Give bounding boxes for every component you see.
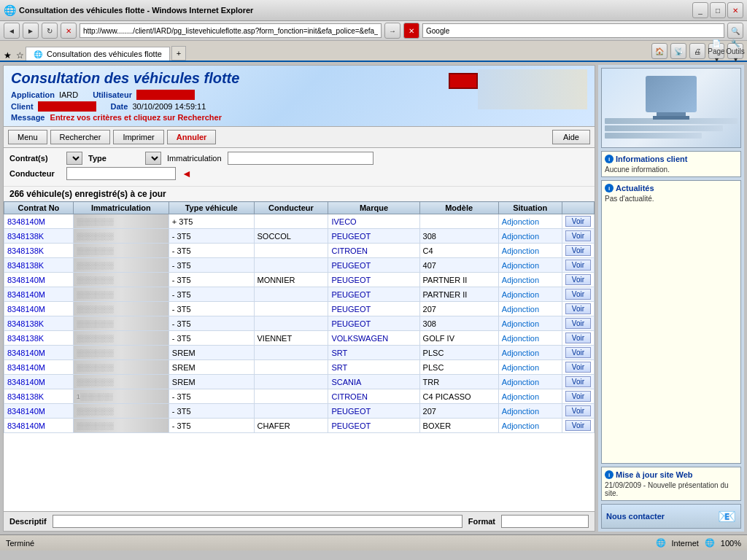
table-row: 8348138K 1░░░░░░░ - 3T5 CITROEN C4 PICAS… — [4, 389, 595, 404]
search-input[interactable] — [422, 23, 724, 38]
active-tab[interactable]: 🌐 Consultation des véhicules flotte — [26, 47, 170, 61]
home-button[interactable]: 🏠 — [651, 43, 667, 59]
td-marque: CITROEN — [328, 389, 419, 404]
td-immat: ░░░░░░░░ — [73, 258, 169, 273]
td-marque: PEUGEOT — [328, 302, 419, 316]
conducteur-input[interactable] — [66, 167, 176, 180]
aide-button[interactable]: Aide — [552, 130, 590, 144]
td-type: SREM — [169, 360, 254, 375]
td-contrat: 8348138K — [4, 258, 74, 273]
type-select[interactable] — [145, 152, 161, 165]
voir-button[interactable]: Voir — [565, 420, 591, 431]
vehicles-table: Contrat No Immatriculation Type véhicule… — [4, 201, 595, 433]
td-voir[interactable]: Voir — [562, 214, 594, 229]
voir-button[interactable]: Voir — [565, 405, 591, 416]
stop-x-button[interactable]: ✕ — [403, 23, 419, 39]
td-marque: PEUGEOT — [328, 287, 419, 302]
td-voir[interactable]: Voir — [562, 229, 594, 244]
td-contrat: 8348138K — [4, 229, 74, 244]
voir-button[interactable]: Voir — [565, 289, 591, 300]
td-voir[interactable]: Voir — [562, 287, 594, 302]
info-client-title: Informations client — [616, 155, 687, 163]
contrat-select[interactable] — [66, 152, 82, 165]
go-button[interactable]: → — [384, 23, 400, 39]
nous-contacter-label: Nous contacter — [606, 512, 665, 521]
td-situation: Adjonction — [498, 331, 562, 346]
tools-button[interactable]: 🔧 Outils ▾ — [727, 43, 743, 59]
voir-button[interactable]: Voir — [565, 362, 591, 373]
voir-button[interactable]: Voir — [565, 245, 591, 256]
refresh-button[interactable]: ↻ — [42, 23, 58, 39]
imprimer-button[interactable]: Imprimer — [113, 130, 163, 144]
restore-btn[interactable]: □ — [710, 2, 726, 18]
close-btn[interactable]: ✕ — [727, 2, 743, 18]
page-button[interactable]: 📄 Page ▾ — [708, 43, 724, 59]
td-situation: Adjonction — [498, 360, 562, 375]
th-action — [562, 202, 594, 214]
address-bar[interactable] — [80, 23, 382, 38]
table-container[interactable]: Contrat No Immatriculation Type véhicule… — [4, 201, 595, 511]
new-tab-btn[interactable]: + — [171, 46, 186, 61]
descriptif-input[interactable] — [53, 515, 462, 528]
page-header: Consultation des véhicules flotte Applic… — [4, 66, 595, 127]
td-voir[interactable]: Voir — [562, 244, 594, 258]
td-modele: TRR — [419, 375, 498, 389]
td-immat: ░░░░░░░░ — [73, 244, 169, 258]
annuler-button[interactable]: Annuler — [167, 130, 217, 144]
stop-button[interactable]: ✕ — [61, 23, 77, 39]
contact-icon: 📧 — [718, 508, 736, 525]
table-row: 8348140M ░░░░░░░░ SREM SRT PLSC Adjoncti… — [4, 346, 595, 360]
nous-contacter-box[interactable]: Nous contacter 📧 — [601, 504, 741, 529]
td-voir[interactable]: Voir — [562, 302, 594, 316]
td-situation: Adjonction — [498, 375, 562, 389]
descriptif-label: Descriptif — [9, 517, 47, 526]
td-voir[interactable]: Voir — [562, 273, 594, 287]
td-type: SREM — [169, 346, 254, 360]
menu-button[interactable]: Menu — [8, 130, 47, 144]
td-situation: Adjonction — [498, 287, 562, 302]
voir-button[interactable]: Voir — [565, 391, 591, 402]
voir-button[interactable]: Voir — [565, 376, 591, 387]
voir-button[interactable]: Voir — [565, 347, 591, 358]
td-immat: ░░░░░░░░ — [73, 419, 169, 433]
td-voir[interactable]: Voir — [562, 346, 594, 360]
td-voir[interactable]: Voir — [562, 360, 594, 375]
left-panel: Consultation des véhicules flotte Applic… — [3, 65, 595, 532]
info-icon: i — [605, 155, 614, 163]
minimize-btn[interactable]: _ — [692, 2, 708, 18]
forward-button[interactable]: ► — [23, 23, 39, 39]
voir-button[interactable]: Voir — [565, 332, 591, 343]
voir-button[interactable]: Voir — [565, 216, 591, 227]
td-contrat: 8348138K — [4, 331, 74, 346]
td-voir[interactable]: Voir — [562, 404, 594, 419]
td-voir[interactable]: Voir — [562, 389, 594, 404]
td-conducteur — [254, 244, 328, 258]
td-situation: Adjonction — [498, 214, 562, 229]
th-marque: Marque — [328, 202, 419, 214]
search-button[interactable]: 🔍 — [727, 23, 743, 39]
conducteur-label: Conducteur — [9, 169, 61, 178]
voir-button[interactable]: Voir — [565, 230, 591, 241]
browser-title: Consultation des véhicules flotte - Wind… — [19, 6, 253, 15]
td-voir[interactable]: Voir — [562, 316, 594, 331]
print-button[interactable]: 🖨 — [689, 43, 705, 59]
td-voir[interactable]: Voir — [562, 331, 594, 346]
td-voir[interactable]: Voir — [562, 419, 594, 433]
voir-button[interactable]: Voir — [565, 303, 591, 314]
td-modele: 207 — [419, 404, 498, 419]
tab-bar: ★ ☆ 🌐 Consultation des véhicules flotte … — [0, 41, 747, 62]
info-client-box: i Informations client Aucune information… — [601, 151, 741, 177]
globe2-icon: 🌐 — [705, 538, 715, 548]
rechercher-button[interactable]: Rechercher — [50, 130, 111, 144]
rss-button[interactable]: 📡 — [670, 43, 686, 59]
td-marque: CITROEN — [328, 244, 419, 258]
td-voir[interactable]: Voir — [562, 375, 594, 389]
td-voir[interactable]: Voir — [562, 258, 594, 273]
voir-button[interactable]: Voir — [565, 274, 591, 285]
td-contrat: 8348140M — [4, 214, 74, 229]
format-input[interactable] — [501, 515, 589, 528]
voir-button[interactable]: Voir — [565, 260, 591, 271]
immatriculation-input[interactable] — [228, 152, 374, 165]
back-button[interactable]: ◄ — [4, 23, 20, 39]
voir-button[interactable]: Voir — [565, 318, 591, 329]
